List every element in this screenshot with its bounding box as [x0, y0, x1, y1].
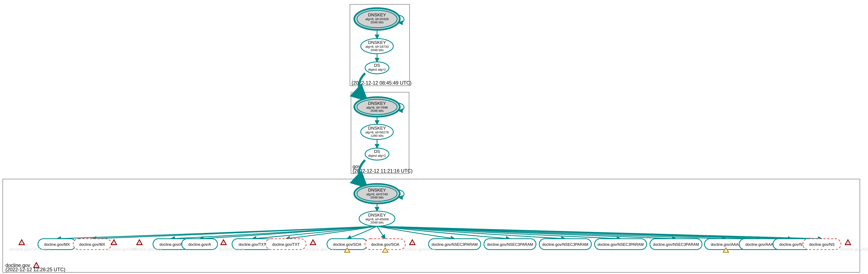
svg-text:!: ! — [21, 241, 22, 245]
svg-text:2048 bits: 2048 bits — [371, 220, 384, 224]
rr-docline-gov-SOA[interactable]: docline.gov/SOA! — [365, 239, 405, 252]
faded-mx2: docline.gov/MX — [133, 247, 162, 251]
faded-ns: docline.gov/NS — [840, 247, 868, 251]
warning-icon[interactable]: ! — [221, 240, 226, 245]
rr-docline-gov-MX[interactable]: docline.gov/MX — [73, 239, 111, 250]
svg-text:!: ! — [385, 249, 385, 252]
svg-text:!: ! — [36, 264, 37, 268]
svg-text:DNSKEY: DNSKEY — [368, 101, 386, 105]
svg-text:digest alg=2: digest alg=2 — [368, 154, 386, 157]
svg-text:docline.gov/TXT: docline.gov/TXT — [239, 242, 266, 247]
svg-text:!: ! — [725, 249, 726, 252]
svg-text:!: ! — [139, 241, 140, 245]
faded-soa: docline.gov/SOA — [403, 247, 436, 251]
faded-dnskey: docline.gov/DNSKEY — [9, 247, 51, 251]
svg-text:2048 bits: 2048 bits — [371, 20, 384, 24]
svg-text:2048 bits: 2048 bits — [371, 48, 384, 52]
svg-text:docline.gov/AAAA: docline.gov/AAAA — [745, 242, 776, 247]
rr-docline-gov-NSEC3PARAM[interactable]: docline.gov/NSEC3PARAM — [650, 239, 702, 250]
dnssec-graph: . (2022-12-12 08:45:49 UTC) DNSKEY alg=8… — [0, 0, 868, 274]
svg-text:DNSKEY: DNSKEY — [368, 187, 386, 192]
svg-text:!: ! — [223, 241, 224, 245]
warning-icon[interactable]: ! — [310, 240, 316, 245]
svg-text:docline.gov/AAAA: docline.gov/AAAA — [711, 242, 741, 247]
faded-mx1: docline.gov/MX — [107, 247, 137, 251]
svg-text:docline.gov/A: docline.gov/A — [159, 242, 182, 247]
svg-text:docline.gov/SOA: docline.gov/SOA — [371, 242, 399, 247]
svg-text:!: ! — [347, 249, 348, 252]
svg-text:docline.gov/NS: docline.gov/NS — [779, 242, 805, 247]
svg-text:!: ! — [313, 241, 313, 245]
svg-text:2048 bits: 2048 bits — [371, 109, 384, 113]
rr-docline-gov-TXT[interactable]: docline.gov/TXT — [266, 239, 306, 250]
svg-text:DNSKEY: DNSKEY — [368, 213, 386, 217]
svg-text:digest alg=2: digest alg=2 — [368, 68, 386, 71]
zone-gov-ts: (2022-12-12 11:21:16 UTC) — [353, 168, 413, 174]
rr-docline-gov-NSEC3PARAM[interactable]: docline.gov/NSEC3PARAM — [539, 239, 591, 250]
svg-text:2048 bits: 2048 bits — [371, 195, 384, 199]
svg-text:!: ! — [114, 241, 114, 245]
svg-text:docline.gov/NSEC3PARAM: docline.gov/NSEC3PARAM — [487, 242, 533, 247]
rr-docline-gov-NS[interactable]: docline.gov/NS — [803, 239, 841, 250]
warning-icon[interactable]: ! — [19, 240, 25, 245]
warning-icon[interactable]: ! — [137, 240, 142, 245]
svg-text:docline.gov/A: docline.gov/A — [188, 242, 211, 247]
svg-text:!: ! — [412, 241, 413, 245]
svg-text:!: ! — [847, 241, 848, 245]
zone-docline — [3, 179, 860, 272]
warning-icon[interactable]: ! — [34, 263, 39, 267]
warning-icon[interactable]: ! — [409, 240, 415, 245]
svg-text:1280 bits: 1280 bits — [371, 134, 384, 138]
svg-text:DNSKEY: DNSKEY — [368, 126, 386, 130]
svg-text:docline.gov/TXT: docline.gov/TXT — [272, 242, 300, 247]
svg-text:DS: DS — [374, 149, 380, 154]
svg-text:DNSKEY: DNSKEY — [368, 40, 386, 45]
rr-docline-gov-A[interactable]: docline.gov/A — [182, 239, 218, 250]
faded-txt: docline.gov/TXT — [306, 247, 337, 251]
svg-text:docline.gov/NS: docline.gov/NS — [809, 242, 835, 247]
svg-text:docline.gov/NSEC3PARAM: docline.gov/NSEC3PARAM — [432, 242, 477, 247]
svg-text:docline.gov/MX: docline.gov/MX — [79, 242, 105, 247]
svg-text:docline.gov/SOA: docline.gov/SOA — [333, 242, 361, 247]
svg-text:docline.gov/NSEC3PARAM: docline.gov/NSEC3PARAM — [653, 242, 699, 247]
rr-docline-gov-NSEC3PARAM[interactable]: docline.gov/NSEC3PARAM — [429, 239, 481, 250]
rr-docline-gov-NSEC3PARAM[interactable]: docline.gov/NSEC3PARAM — [484, 239, 536, 250]
svg-text:DS: DS — [374, 63, 380, 68]
warning-icon[interactable]: ! — [845, 240, 851, 245]
rr-docline-gov-NSEC3PARAM[interactable]: docline.gov/NSEC3PARAM — [595, 239, 647, 250]
svg-text:docline.gov/NSEC3PARAM: docline.gov/NSEC3PARAM — [542, 242, 588, 247]
faded-a: docline.gov/A — [219, 247, 245, 251]
svg-text:DNSKEY: DNSKEY — [368, 12, 386, 17]
warning-icon[interactable]: ! — [111, 240, 117, 245]
svg-text:docline.gov/MX: docline.gov/MX — [44, 242, 70, 247]
svg-text:docline.gov/NSEC3PARAM: docline.gov/NSEC3PARAM — [598, 242, 644, 247]
